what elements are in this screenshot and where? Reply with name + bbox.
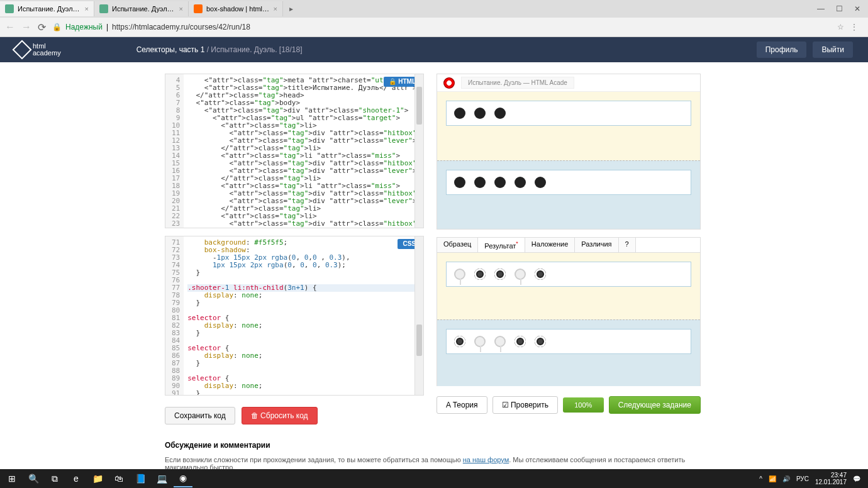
system-tray: ^ 📶 🔊 РУС 23:47 12.01.2017 💬 [759,472,865,485]
tab-sample[interactable]: Образец [437,238,478,252]
tray-chevron-icon[interactable]: ^ [759,475,762,482]
notifications-icon[interactable]: 💬 [853,475,860,482]
minimize-icon[interactable]: — [817,4,825,13]
browser-tab[interactable]: Испытание. Дуэль. [18/… × [94,1,189,16]
target-box [446,329,691,354]
preview-title: Испытание. Дуэль — HTML Acade [461,77,574,89]
target-lever [494,336,506,347]
tab-help[interactable]: ? [619,238,636,252]
browser-tab[interactable]: Испытание. Дуэль. — С… × [0,1,94,16]
tab-title: Испытание. Дуэль. — С… [18,5,81,13]
discussion-heading: Обсуждение и комментарии [165,441,703,450]
close-icon[interactable]: × [179,5,183,13]
taskbar: ⊞ 🔍 ⧉ e 📁 🛍 📘 💻 ◉ ^ 📶 🔊 РУС 23:47 12.01.… [0,469,868,488]
reset-label: Сбросить код [260,411,308,420]
check-button[interactable]: ☑ Проверить [492,396,558,414]
tab-title: Испытание. Дуэль. [18/… [112,5,175,13]
start-icon[interactable]: ⊞ [3,470,21,487]
app-icon[interactable]: 💻 [152,470,171,487]
target-lever [454,269,465,280]
address-row: ← → ⟳ 🔒 Надежный | https://htmlacademy.r… [0,18,868,36]
volume-icon[interactable]: 🔊 [782,475,790,482]
progress-bar: 100% [563,397,604,413]
target-dot [454,108,465,119]
reload-icon[interactable]: ⟳ [38,21,46,33]
logo[interactable]: html academy [15,43,61,57]
app-header: html academy Селекторы, часть 1 / Испыта… [0,37,868,62]
star-icon[interactable]: ☆ [837,23,844,31]
target-dot [494,108,506,119]
css-code[interactable]: background: #f5f5f5; box-shadow: -1px 15… [184,236,423,395]
result-tabs: Образец Результат* Наложение Различия ? [437,237,701,253]
browser-tab[interactable]: box-shadow | htmlbook… × [189,1,283,16]
target-hit [515,336,526,347]
target-hit [454,336,465,347]
target-lever [474,336,486,347]
browser-chrome: Испытание. Дуэль. — С… × Испытание. Дуэл… [0,0,868,37]
reset-button[interactable]: 🗑 Сбросить код [242,407,318,424]
target-dot [535,177,546,188]
app-icon[interactable]: 📘 [131,470,150,487]
chrome-icon[interactable]: ◉ [174,470,192,487]
tab-result-label: Результат [484,242,516,250]
changed-indicator-icon: * [516,240,518,247]
logout-button[interactable]: Выйти [813,42,853,58]
scrollbar[interactable] [415,74,423,228]
discussion-p1a: Если возникли сложности при прохождении … [165,456,463,463]
new-tab-button[interactable]: ▸ [283,4,299,13]
taskview-icon[interactable]: ⧉ [45,470,64,487]
lock-icon: 🔒 [52,23,62,31]
right-column: Испытание. Дуэль — HTML Acade [437,74,701,424]
tab-overlay[interactable]: Наложение [525,238,575,252]
forward-icon[interactable]: → [21,21,31,33]
tab-title: box-shadow | htmlbook… [206,5,270,13]
target-dot [474,177,486,188]
target-hit [535,336,546,347]
target-hit [494,269,506,280]
next-button[interactable]: Следующее задание [609,396,701,414]
close-icon[interactable]: ✕ [854,4,860,13]
language-indicator[interactable]: РУС [796,475,809,482]
target-dot [474,108,486,119]
target-dot [494,177,506,188]
target-lever [515,269,526,280]
save-button[interactable]: Сохранить код [165,407,235,424]
favicon-icon [5,4,14,13]
close-icon[interactable]: × [274,5,277,13]
favicon-icon [99,4,108,13]
preview-body [437,92,700,229]
result-preview [437,253,701,386]
forum-link[interactable]: на наш форум [463,456,509,463]
tab-diff[interactable]: Различия [575,238,618,252]
crumb-sep: / [204,45,211,54]
opera-icon [443,77,455,89]
html-code[interactable]: <"attr">class="tag">meta "attr">charset=… [184,74,423,228]
network-icon[interactable]: 📶 [769,475,776,482]
url-text: https://htmlacademy.ru/courses/42/run/18 [112,23,250,31]
logo-icon [12,40,31,59]
clock-time[interactable]: 23:47 [815,472,847,479]
store-icon[interactable]: 🛍 [109,470,128,487]
menu-icon[interactable]: ⋮ [850,23,858,31]
address-bar[interactable]: 🔒 Надежный | https://htmlacademy.ru/cour… [52,23,831,31]
maximize-icon[interactable]: ☐ [836,4,843,13]
theory-button[interactable]: A Теория [437,396,487,414]
explorer-icon[interactable]: 📁 [88,470,107,487]
scrollbar[interactable] [415,236,423,395]
window-controls: — ☐ ✕ [817,4,868,13]
url-separator: | [106,23,108,31]
edge-icon[interactable]: e [67,470,86,487]
profile-button[interactable]: Профиль [757,42,807,58]
target-dot [515,177,526,188]
back-icon[interactable]: ← [5,21,15,33]
html-editor[interactable]: 🔒 HTML 456789101112131415161718192021222… [165,74,424,228]
css-editor[interactable]: CSS 717273747576777879808182838485868788… [165,236,424,396]
logo-text-2: academy [33,50,61,57]
clock-date[interactable]: 12.01.2017 [815,479,847,485]
search-icon[interactable]: 🔍 [24,470,43,487]
target-dot [454,177,465,188]
close-icon[interactable]: × [85,5,89,13]
preview-frame: Испытание. Дуэль — HTML Acade [437,74,701,230]
tab-result[interactable]: Результат* [478,238,525,252]
crumb-main[interactable]: Селекторы, часть 1 [136,45,205,54]
